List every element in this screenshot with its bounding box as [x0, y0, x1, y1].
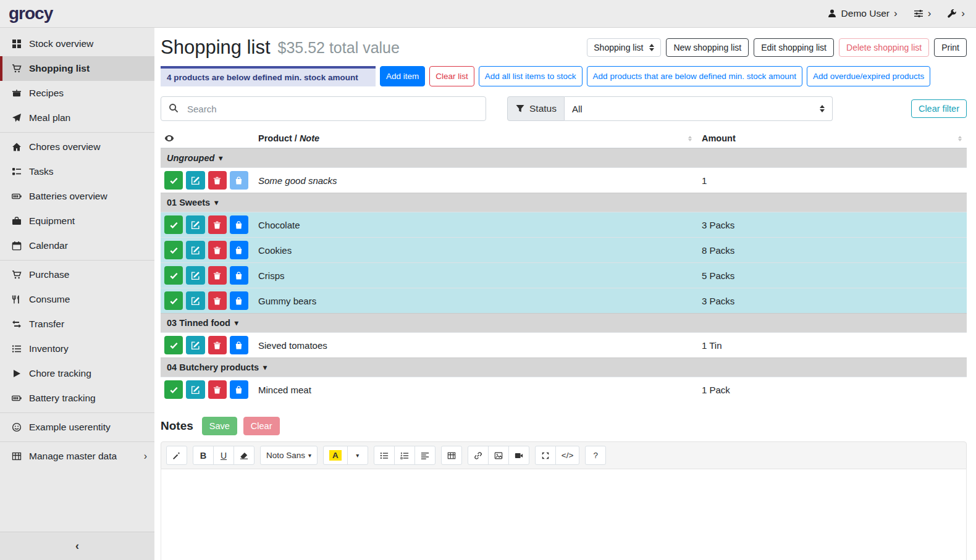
search-input[interactable] [161, 96, 486, 121]
add-below-min-button[interactable]: Add products that are below defined min.… [587, 66, 802, 86]
mark-done-button[interactable] [164, 266, 183, 285]
editor-magic-style-button[interactable] [166, 446, 187, 465]
mark-done-button[interactable] [164, 291, 183, 310]
insert-table-icon [447, 451, 456, 460]
sidebar-item-chores-overview[interactable]: Chores overview [0, 135, 154, 159]
group-header-row-01-sweets[interactable]: 01 Sweets▾ [161, 193, 967, 212]
edit-item-button[interactable] [186, 215, 204, 234]
user-menu[interactable]: Demo User › [827, 7, 898, 20]
sidebar-item-tasks[interactable]: Tasks [0, 159, 154, 184]
add-to-stock-button[interactable] [230, 380, 248, 399]
notes-editing-area[interactable] [161, 469, 967, 560]
add-all-to-stock-button[interactable]: Add all list items to stock [479, 66, 583, 86]
below-min-stock-banner[interactable]: 4 products are below defined min. stock … [161, 66, 376, 86]
group-header-row-03-tinned-food[interactable]: 03 Tinned food▾ [161, 313, 967, 332]
clear-filter-button[interactable]: Clear filter [911, 99, 967, 118]
editor-insert-picture-button[interactable] [488, 446, 509, 465]
sidebar-collapse-button[interactable]: ‹ [0, 532, 154, 560]
delete-shopping-list-button[interactable]: Delete shopping list [839, 38, 929, 57]
delete-item-button[interactable] [208, 291, 227, 310]
add-to-stock-button[interactable] [230, 241, 248, 259]
sidebar-item-meal-plan[interactable]: Meal plan [0, 106, 154, 130]
sidebar-item-example-userentity[interactable]: Example userentity [0, 415, 154, 440]
group-header-row-ungrouped[interactable]: Ungrouped▾ [161, 148, 967, 167]
delete-item-button[interactable] [208, 215, 227, 234]
editor-ordered-list-button[interactable] [394, 446, 415, 465]
insert-picture-icon [494, 451, 503, 460]
group-name: 04 Butchery products [167, 362, 259, 372]
clear-notes-button[interactable]: Clear [243, 417, 280, 435]
add-to-stock-button[interactable] [230, 215, 248, 234]
sort-icon[interactable] [688, 136, 692, 141]
delete-item-button[interactable] [208, 241, 227, 259]
editor-unordered-list-button[interactable] [374, 446, 395, 465]
sort-icon[interactable] [958, 136, 962, 141]
sidebar-item-equipment[interactable]: Equipment [0, 209, 154, 233]
edit-item-button[interactable] [186, 266, 204, 285]
group-header-row-04-butchery-products[interactable]: 04 Butchery products▾ [161, 357, 967, 377]
mark-done-button[interactable] [164, 215, 183, 234]
check-icon [169, 271, 179, 280]
sidebar-item-consume[interactable]: Consume [0, 287, 154, 312]
clear-list-button[interactable]: Clear list [429, 66, 474, 86]
visibility-column-header[interactable] [161, 133, 253, 143]
admin-menu[interactable]: › [947, 7, 965, 20]
editor-insert-link-button[interactable] [468, 446, 489, 465]
sidebar-item-battery-tracking[interactable]: Battery tracking [0, 386, 154, 411]
delete-item-button[interactable] [208, 171, 227, 190]
add-to-stock-button[interactable] [230, 171, 248, 190]
sidebar-item-chore-tracking[interactable]: Chore tracking [0, 361, 154, 386]
sidebar-item-recipes[interactable]: Recipes [0, 81, 154, 106]
save-notes-button[interactable]: Save [202, 417, 237, 435]
sidebar-item-batteries-overview[interactable]: Batteries overview [0, 184, 154, 209]
sidebar-item-calendar[interactable]: Calendar [0, 233, 154, 258]
add-to-stock-button[interactable] [230, 336, 248, 354]
mark-done-button[interactable] [164, 380, 183, 399]
chevron-down-icon: ▾ [356, 452, 359, 459]
shopping-list-select[interactable]: Shopping list [587, 38, 661, 57]
edit-item-button[interactable] [186, 336, 204, 354]
editor-font-color-button[interactable]: A [323, 446, 348, 465]
editor-clear-format-button[interactable] [233, 446, 255, 465]
mark-done-button[interactable] [164, 336, 183, 354]
edit-item-button[interactable] [186, 380, 204, 399]
sidebar-item-manage-master-data[interactable]: Manage master data› [0, 444, 154, 469]
editor-underline-button[interactable]: U [213, 446, 234, 465]
status-select[interactable]: All [565, 96, 833, 121]
editor-insert-table-button[interactable] [441, 446, 462, 465]
editor-code-view-button[interactable]: </> [555, 446, 580, 465]
sidebar-item-inventory[interactable]: Inventory [0, 336, 154, 361]
sidebar-item-stock-overview[interactable]: Stock overview [0, 31, 154, 56]
new-shopping-list-button[interactable]: New shopping list [666, 38, 749, 57]
product-column-header[interactable]: Product / Note [253, 133, 697, 143]
row-actions [161, 241, 253, 259]
editor-insert-video-button[interactable] [508, 446, 529, 465]
delete-item-button[interactable] [208, 336, 227, 354]
edit-item-button[interactable] [186, 171, 204, 190]
main-content: Shopping list $35.52 total value Shoppin… [154, 28, 976, 560]
sidebar-item-label: Battery tracking [29, 393, 96, 404]
sidebar-item-shopping-list[interactable]: Shopping list [0, 56, 154, 81]
editor-fullscreen-button[interactable] [535, 446, 556, 465]
settings-menu[interactable]: › [914, 7, 932, 20]
add-item-button[interactable]: Add item [380, 66, 425, 86]
edit-item-button[interactable] [186, 241, 204, 259]
delete-item-button[interactable] [208, 266, 227, 285]
editor-font-family-button[interactable]: Noto Sans▾ [260, 446, 318, 465]
sidebar-item-transfer[interactable]: Transfer [0, 312, 154, 336]
editor-bold-button[interactable]: B [193, 446, 214, 465]
sidebar-item-purchase[interactable]: Purchase [0, 262, 154, 287]
add-overdue-button[interactable]: Add overdue/expired products [807, 66, 930, 86]
add-to-stock-button[interactable] [230, 266, 248, 285]
edit-shopping-list-button[interactable]: Edit shopping list [754, 38, 834, 57]
print-button[interactable]: Print [934, 38, 967, 57]
editor-font-color-more-button[interactable]: ▾ [347, 446, 368, 465]
editor-help-button[interactable]: ? [585, 446, 606, 465]
mark-done-button[interactable] [164, 171, 183, 190]
amount-column-header[interactable]: Amount [697, 133, 967, 143]
editor-paragraph-button[interactable] [414, 446, 435, 465]
edit-item-button[interactable] [186, 291, 204, 310]
mark-done-button[interactable] [164, 241, 183, 259]
add-to-stock-button[interactable] [230, 291, 248, 310]
delete-item-button[interactable] [208, 380, 227, 399]
